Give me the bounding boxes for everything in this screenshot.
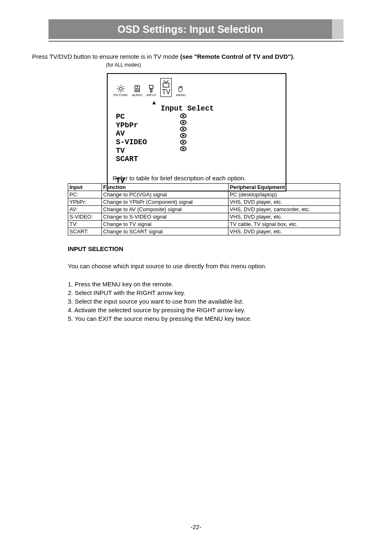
svg-point-2: [136, 88, 138, 91]
table-header-row: Input Function Peripheral Equipment: [68, 184, 340, 191]
svg-point-0: [119, 87, 122, 90]
table-row: PC: Change to PC(VGA) signal PC (desktop…: [68, 191, 340, 198]
table-header-peripheral: Peripheral Equipment: [228, 184, 340, 191]
right-arrow-icon: [180, 133, 187, 138]
osd-audio-label: AUDIO: [132, 93, 142, 97]
input-plug-icon: [147, 84, 156, 93]
table-cell: VHS, DVD player, etc.: [228, 213, 340, 221]
sun-icon: [116, 84, 125, 93]
step-item: 3. Select the input source you want to u…: [68, 297, 251, 306]
right-arrow-icon: [180, 120, 187, 125]
osd-picture-label: PICTURE: [113, 93, 128, 97]
table-cell: VHS, DVD player, etc.: [228, 228, 340, 235]
table-row: AV: Change to AV (Composite) signal VHS,…: [68, 206, 340, 213]
speaker-icon: [133, 84, 142, 93]
table-cell: S-VIDEO:: [68, 213, 102, 221]
step-item: 2. Select INPUT with the RIGHT arrow key…: [68, 288, 251, 297]
table-cell: VHS, DVD player, camcorder, etc.: [228, 206, 340, 213]
osd-audio-icon: AUDIO: [132, 84, 142, 97]
osd-icon-row: PICTURE AUDIO INPUT TV MENU: [113, 78, 280, 97]
page-title: OSD Settings: Input Selection: [48, 19, 332, 39]
svg-rect-5: [163, 83, 169, 87]
table-row: S-VIDEO: Change to S-VIDEO signal VHS, D…: [68, 213, 340, 221]
right-arrow-icon: [180, 127, 187, 131]
page-header: OSD Settings: Input Selection: [48, 19, 344, 39]
table-caption: Refer to table for brief description of …: [113, 175, 246, 182]
tv-antenna-icon: [161, 79, 171, 88]
osd-item-names: PC YPbPr AV S-VIDEO TV SCART: [116, 113, 147, 164]
right-arrow-icon: [180, 140, 187, 145]
hand-icon: [176, 84, 185, 93]
osd-tv-icon: TV: [160, 78, 172, 97]
steps-list: 1. Press the MENU key on the remote. 2. …: [68, 280, 251, 323]
table-row: TV: Change to TV signal TV cable, TV sig…: [68, 221, 340, 228]
page-number: -22-: [0, 523, 392, 530]
osd-tv-label: TV: [162, 88, 170, 96]
osd-item-tv: TV: [116, 147, 147, 155]
table-cell: AV:: [68, 206, 102, 213]
table-header-function: Function: [102, 184, 228, 191]
osd-item-arrows: [180, 113, 187, 164]
intro-text: Press TV/DVD button to ensure remote is …: [32, 53, 295, 60]
step-item: 4. Activate the selected source by press…: [68, 306, 251, 314]
table-cell: YPbPr:: [68, 198, 102, 206]
right-arrow-icon: [180, 113, 187, 118]
table-header-input: Input: [68, 184, 102, 191]
right-arrow-icon: [180, 146, 187, 151]
header-divider: [48, 41, 344, 42]
table-cell: Change to TV signal: [102, 221, 228, 228]
table-cell: TV cable, TV signal box, etc.: [228, 221, 340, 228]
step-item: 5. You can EXIT the source menu by press…: [68, 314, 251, 323]
osd-menu-label: MENU: [176, 93, 186, 97]
table-cell: PC:: [68, 191, 102, 198]
osd-input-icon: INPUT: [146, 84, 156, 97]
osd-item-ypbpr: YPbPr: [116, 121, 147, 130]
table-cell: VHS, DVD player, etc.: [228, 198, 340, 206]
header-tab: [332, 19, 344, 39]
osd-input-label: INPUT: [146, 93, 156, 97]
input-table: Input Function Peripheral Equipment PC: …: [68, 183, 340, 235]
table-cell: Change to AV (Composite) signal: [102, 206, 228, 213]
table-cell: PC (desktop/laptop): [228, 191, 340, 198]
step-item: 1. Press the MENU key on the remote.: [68, 280, 251, 288]
osd-item-scart: SCART: [116, 155, 147, 164]
table-cell: Change to SCART signal: [102, 228, 228, 235]
osd-item-pc: PC: [116, 113, 147, 121]
section-desc: You can choose which input source to use…: [68, 263, 267, 269]
osd-heading: Input Select: [161, 104, 280, 113]
osd-menu-icon: MENU: [176, 84, 186, 97]
table-cell: Change to YPbPr (Component) signal: [102, 198, 228, 206]
section-title: INPUT SELECTION: [68, 245, 123, 252]
osd-item-av: AV: [116, 129, 147, 138]
table-cell: TV:: [68, 221, 102, 228]
table-row: YPbPr: Change to YPbPr (Component) signa…: [68, 198, 340, 206]
all-modes-label: (for ALL modes): [106, 62, 141, 68]
table-cell: Change to PC(VGA) signal: [102, 191, 228, 198]
table-cell: Change to S-VIDEO signal: [102, 213, 228, 221]
intro-prefix: Press TV/DVD button to ensure remote is …: [32, 53, 180, 60]
osd-item-list: PC YPbPr AV S-VIDEO TV SCART: [116, 113, 280, 164]
table-cell: SCART:: [68, 228, 102, 235]
osd-panel: PICTURE AUDIO INPUT TV MENU ▲ Input Sele…: [107, 73, 286, 191]
svg-rect-4: [150, 85, 153, 88]
intro-bold: (see "Remote Control of TV and DVD").: [180, 53, 294, 60]
osd-picture-icon: PICTURE: [113, 84, 128, 97]
svg-point-3: [136, 86, 138, 88]
table-row: SCART: Change to SCART signal VHS, DVD p…: [68, 228, 340, 235]
osd-item-svideo: S-VIDEO: [116, 138, 147, 147]
